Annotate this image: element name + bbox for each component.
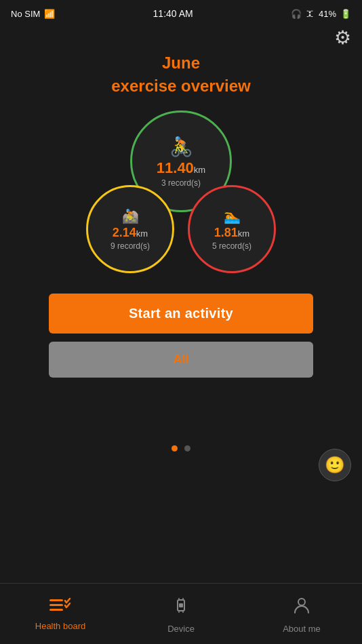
nav-device[interactable]: Device	[121, 595, 241, 634]
about-me-label: About me	[283, 624, 321, 634]
status-time: 11:40 AM	[153, 8, 193, 19]
walking-distance: 2.14km	[113, 226, 148, 240]
nav-about-me[interactable]: About me	[241, 595, 362, 634]
no-sim-text: No SIM	[11, 9, 40, 19]
walking-icon: 🚵	[122, 208, 139, 224]
status-left: No SIM 📶	[11, 9, 55, 19]
health-board-label: Health board	[35, 621, 85, 631]
svg-point-9	[298, 599, 305, 605]
walking-circle[interactable]: 🚵 2.14km 9 record(s)	[86, 185, 174, 273]
walking-records: 9 record(s)	[110, 241, 150, 251]
page-dot-1	[172, 445, 178, 451]
overview-title-section: June exercise overview	[111, 52, 251, 97]
svg-rect-2	[49, 609, 63, 611]
swimming-circle[interactable]: 🏊 1.81km 5 record(s)	[188, 185, 276, 273]
swimming-icon: 🏊	[224, 208, 241, 224]
cycling-icon: 🚴	[169, 136, 193, 158]
svg-rect-1	[49, 604, 63, 606]
smiley-icon: 🙂	[325, 456, 345, 475]
overview-title: June exercise overview	[111, 52, 251, 97]
main-content: June exercise overview 🚴 11.40km 3 recor…	[0, 52, 362, 378]
nav-health-board[interactable]: Health board	[0, 597, 121, 631]
device-icon	[170, 595, 192, 621]
overview-subtitle: exercise overview	[111, 77, 251, 95]
page-dots	[0, 445, 362, 451]
battery-text: 41%	[319, 9, 336, 19]
swimming-records: 5 record(s)	[212, 241, 252, 251]
activity-circles: 🚴 11.40km 3 record(s) 🚵 2.14km 9 record(…	[73, 110, 289, 273]
overview-month: June	[162, 54, 200, 72]
all-button[interactable]: All	[49, 342, 313, 378]
start-activity-button[interactable]: Start an activity	[49, 294, 313, 334]
swimming-distance: 1.81km	[214, 226, 249, 240]
cycling-distance: 11.40km	[157, 159, 205, 177]
wifi-icon: 📶	[44, 9, 55, 19]
header-gear-area: ⚙	[0, 24, 362, 52]
settings-button[interactable]: ⚙	[334, 28, 351, 47]
device-label: Device	[167, 624, 195, 634]
status-right: 🎧 ⯰ 41% 🔋	[291, 9, 351, 19]
bottom-nav: Health board Device About me	[0, 583, 362, 644]
svg-rect-8	[179, 603, 183, 607]
about-me-icon	[291, 595, 313, 621]
headphones-icon: 🎧	[291, 9, 302, 19]
feedback-button[interactable]: 🙂	[319, 449, 351, 481]
health-board-icon	[49, 597, 71, 618]
cycling-records: 3 record(s)	[161, 178, 201, 188]
page-dot-2	[184, 445, 190, 451]
svg-rect-0	[49, 599, 63, 601]
battery-icon: 🔋	[340, 9, 351, 19]
status-bar: No SIM 📶 11:40 AM 🎧 ⯰ 41% 🔋	[0, 0, 362, 24]
bluetooth-icon: ⯰	[306, 9, 315, 19]
